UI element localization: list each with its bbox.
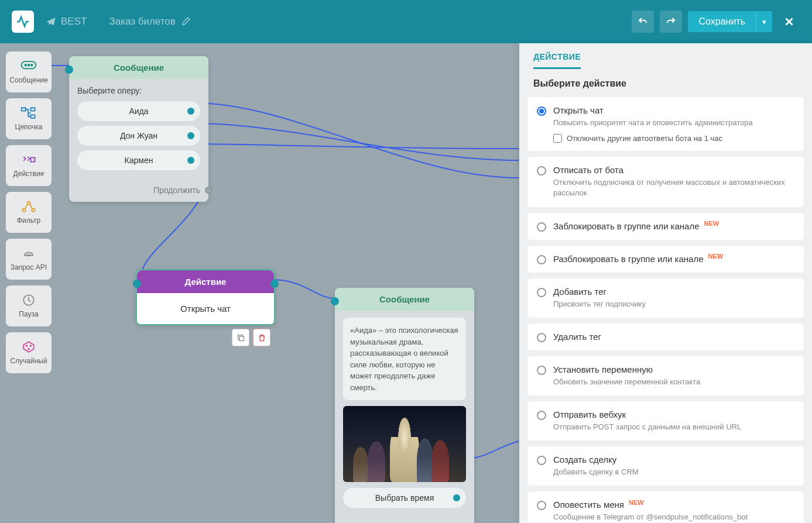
action-option-8[interactable]: Создать сделкуДобавить сделку в CRM bbox=[527, 446, 804, 486]
sidebar-item-pause[interactable]: Пауза bbox=[6, 285, 52, 326]
radio[interactable] bbox=[537, 366, 546, 375]
header: BEST Заказ билетов Сохранить ▾ bbox=[0, 0, 812, 43]
app-logo[interactable] bbox=[12, 11, 34, 33]
node-title: Действие bbox=[137, 270, 274, 293]
sidebar-item-random[interactable]: Случайный bbox=[6, 332, 52, 373]
action-option-0[interactable]: Открыть чатПовысить приоритет чата и опо… bbox=[527, 97, 804, 151]
sidebar-item-chain[interactable]: Цепочка bbox=[6, 98, 52, 139]
in-port[interactable] bbox=[331, 297, 339, 305]
continue-label: Продолжить bbox=[153, 185, 200, 195]
radio[interactable] bbox=[537, 288, 546, 297]
radio[interactable] bbox=[537, 501, 546, 510]
action-desc: Присвоить тег подписчику bbox=[553, 299, 794, 309]
out-port[interactable] bbox=[187, 132, 194, 139]
sidebar-item-api[interactable]: Запрос API bbox=[6, 239, 52, 280]
sidebar-item-action[interactable]: Действие bbox=[6, 145, 52, 186]
svg-rect-6 bbox=[31, 115, 35, 118]
action-title: Разблокировать в группе или каналеNEW bbox=[553, 254, 794, 264]
node-title: Сообщение bbox=[69, 56, 208, 79]
action-title: Оповестить меняNEW bbox=[553, 500, 794, 510]
option-label: Аида bbox=[129, 106, 148, 116]
action-title: Отправить вебхук bbox=[553, 410, 794, 419]
radio[interactable] bbox=[537, 456, 546, 465]
out-port[interactable] bbox=[187, 157, 194, 164]
action-title: Открыть чат bbox=[553, 105, 794, 115]
option-aida[interactable]: Аида bbox=[77, 101, 200, 121]
sidebar-item-message[interactable]: Сообщение bbox=[6, 51, 52, 92]
action-option-6[interactable]: Установить переменнуюОбновить значение п… bbox=[527, 356, 804, 395]
svg-rect-7 bbox=[31, 158, 35, 162]
radio[interactable] bbox=[537, 255, 546, 264]
save-button[interactable]: Сохранить bbox=[688, 11, 756, 32]
svg-point-3 bbox=[31, 64, 33, 66]
svg-point-9 bbox=[23, 209, 26, 212]
breadcrumb: BEST Заказ билетов bbox=[46, 16, 191, 27]
copy-button[interactable] bbox=[232, 329, 249, 346]
svg-rect-5 bbox=[31, 108, 35, 111]
edit-icon[interactable] bbox=[180, 16, 191, 27]
new-badge: NEW bbox=[704, 220, 720, 227]
save-dropdown[interactable]: ▾ bbox=[756, 11, 772, 32]
action-option-9[interactable]: Оповестить меняNEWСообщение в Telegram о… bbox=[527, 491, 804, 523]
in-port[interactable] bbox=[65, 66, 73, 74]
sidebar: Сообщение Цепочка Действие Фильтр Запрос… bbox=[6, 51, 52, 373]
delete-button[interactable] bbox=[253, 329, 270, 346]
continue-link[interactable]: Продолжить bbox=[335, 519, 474, 523]
panel-section-title: Выберите действие bbox=[519, 69, 812, 97]
redo-button[interactable] bbox=[660, 11, 682, 33]
option-carmen[interactable]: Кармен bbox=[77, 150, 200, 170]
action-desc: Обновить значение переменной контакта bbox=[553, 377, 794, 387]
message-text: «Аида» – это психологическая музыкальная… bbox=[343, 318, 466, 400]
svg-point-10 bbox=[32, 209, 35, 212]
action-option-1[interactable]: Отписать от ботаОтключить подписчика от … bbox=[527, 157, 804, 207]
radio[interactable] bbox=[537, 222, 546, 232]
sidebar-label: Сообщение bbox=[9, 76, 47, 84]
panel-tab[interactable]: ДЕЙСТВИЕ bbox=[519, 43, 812, 69]
action-option-5[interactable]: Удалить тег bbox=[527, 324, 804, 350]
out-port[interactable] bbox=[453, 494, 460, 501]
in-port[interactable] bbox=[133, 280, 141, 288]
action-option-4[interactable]: Добавить тегПрисвоить тег подписчику bbox=[527, 278, 804, 318]
radio[interactable] bbox=[537, 333, 546, 342]
node-message-2[interactable]: Сообщение «Аида» – это психологическая м… bbox=[335, 288, 474, 523]
header-controls: Сохранить ▾ bbox=[632, 11, 800, 33]
radio[interactable] bbox=[537, 106, 546, 116]
sidebar-label: Действие bbox=[13, 170, 44, 178]
close-button[interactable] bbox=[778, 11, 800, 33]
sidebar-label: Запрос API bbox=[11, 263, 47, 271]
continue-link[interactable]: Продолжить bbox=[69, 182, 208, 202]
action-desc: Отправить POST запрос с данными на внешн… bbox=[553, 422, 794, 432]
undo-button[interactable] bbox=[632, 11, 654, 33]
action-option-7[interactable]: Отправить вебхукОтправить POST запрос с … bbox=[527, 401, 804, 441]
action-title: Удалить тег bbox=[553, 332, 794, 342]
button-select-time[interactable]: Выбрать время bbox=[343, 488, 466, 508]
radio[interactable] bbox=[537, 411, 546, 420]
node-message-1[interactable]: Сообщение Выберите оперу: Аида Дон Жуан … bbox=[69, 56, 208, 202]
project-name: BEST bbox=[61, 16, 87, 27]
out-port[interactable] bbox=[187, 108, 194, 115]
action-option-3[interactable]: Разблокировать в группе или каналеNEW bbox=[527, 246, 804, 273]
out-port[interactable] bbox=[270, 280, 279, 288]
action-title: Установить переменную bbox=[553, 364, 794, 374]
action-option-2[interactable]: Заблокировать в группе или каналеNEW bbox=[527, 213, 804, 240]
option-label: Дон Жуан bbox=[120, 131, 157, 140]
telegram-icon bbox=[46, 16, 56, 27]
out-port[interactable] bbox=[205, 187, 212, 194]
prompt-text: Выберите оперу: bbox=[77, 86, 200, 95]
project-link[interactable]: BEST bbox=[46, 16, 87, 27]
node-title: Сообщение bbox=[335, 288, 474, 311]
sidebar-item-filter[interactable]: Фильтр bbox=[6, 192, 52, 233]
node-body: Выберите оперу: Аида Дон Жуан Кармен bbox=[69, 79, 208, 182]
svg-point-13 bbox=[30, 345, 32, 346]
radio[interactable] bbox=[537, 166, 546, 176]
save-group: Сохранить ▾ bbox=[688, 11, 772, 32]
sub-checkbox[interactable]: Отключить другие автоответы бота на 1 ча… bbox=[553, 134, 794, 143]
opera-image bbox=[343, 406, 466, 482]
page-name[interactable]: Заказ билетов bbox=[109, 16, 175, 27]
action-body: Открыть чат bbox=[137, 293, 274, 324]
panel-tab-label: ДЕЙСТВИЕ bbox=[533, 52, 581, 69]
new-badge: NEW bbox=[629, 499, 644, 506]
svg-point-2 bbox=[28, 64, 30, 66]
node-action[interactable]: Действие Открыть чат bbox=[136, 269, 275, 325]
option-don-juan[interactable]: Дон Жуан bbox=[77, 126, 200, 146]
